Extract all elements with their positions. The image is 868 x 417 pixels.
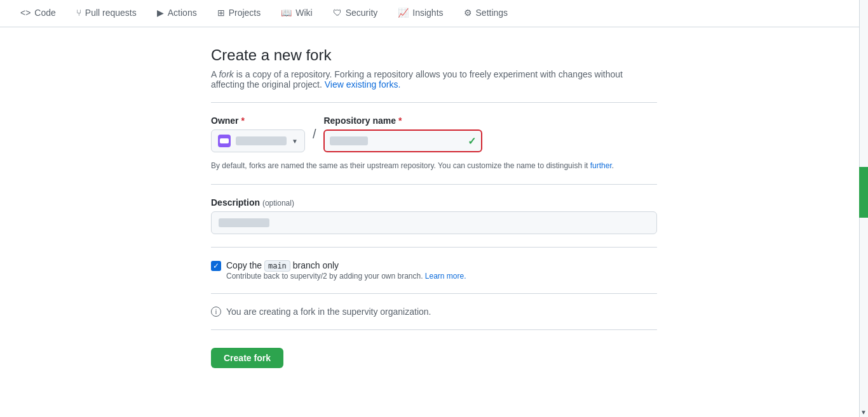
tab-actions-label: Actions	[168, 8, 197, 18]
info-row: i You are creating a fork in the supervi…	[211, 307, 657, 317]
owner-text	[236, 136, 287, 145]
tab-security[interactable]: 🛡 Security	[323, 0, 388, 27]
info-text: You are creating a fork in the supervity…	[226, 307, 431, 317]
owner-label: Owner *	[211, 116, 305, 126]
description-divider	[211, 184, 657, 185]
slash-divider: /	[310, 127, 319, 142]
copy-branch-divider	[211, 247, 657, 248]
wiki-icon: 📖	[281, 8, 292, 18]
copy-branch-content: Copy the main branch only Contribute bac…	[226, 260, 466, 281]
copy-branch-row: ✓ Copy the main branch only Contribute b…	[211, 260, 657, 281]
tab-settings-label: Settings	[476, 8, 508, 18]
projects-icon: ⊞	[217, 8, 225, 18]
tab-code-label: Code	[34, 8, 55, 18]
main-content: Create a new fork A fork is a copy of a …	[196, 46, 672, 368]
copy-the-text: Copy the	[226, 260, 264, 270]
description-group: Description (optional)	[211, 197, 657, 234]
further-link[interactable]: further	[590, 161, 612, 170]
repo-name-label: Repository name *	[323, 116, 482, 126]
description-placeholder	[219, 218, 269, 227]
page-subtitle: A fork is a copy of a repository. Forkin…	[211, 69, 657, 89]
owner-select[interactable]: ▼	[211, 129, 305, 152]
tab-code[interactable]: <> Code	[10, 0, 66, 27]
tab-projects-label: Projects	[229, 8, 261, 18]
tab-pull-requests-label: Pull requests	[85, 8, 137, 18]
branch-name-badge: main	[264, 260, 290, 272]
form-note: By default, forks are named the same as …	[211, 160, 657, 171]
optional-label: (optional)	[262, 199, 294, 208]
tab-actions[interactable]: ▶ Actions	[147, 0, 207, 27]
subtitle-text-before: A	[211, 69, 219, 79]
page-title: Create a new fork	[211, 46, 657, 64]
code-icon: <>	[20, 8, 31, 18]
subtitle-text-mid: is a copy of a repository. Forking a rep…	[211, 69, 623, 89]
learn-more-link[interactable]: Learn more.	[425, 272, 466, 281]
tab-wiki-label: Wiki	[295, 8, 312, 18]
tab-insights-label: Insights	[412, 8, 443, 18]
create-fork-button[interactable]: Create fork	[211, 348, 283, 368]
copy-branch-checkbox[interactable]: ✓	[211, 261, 221, 271]
tab-wiki[interactable]: 📖 Wiki	[271, 0, 322, 27]
copy-branch-sub: Contribute back to supervity/2 by adding…	[226, 272, 466, 281]
info-divider	[211, 293, 657, 294]
button-divider	[211, 329, 657, 330]
copy-branch-label-row: Copy the main branch only	[226, 260, 466, 270]
valid-check-icon: ✓	[468, 135, 476, 147]
view-forks-link[interactable]: View existing forks.	[325, 79, 401, 89]
insights-icon: 📈	[398, 8, 409, 18]
owner-required-star: *	[241, 116, 244, 126]
repo-name-placeholder-text	[330, 136, 368, 145]
scrollbar[interactable]: ▼	[859, 0, 868, 387]
owner-chevron-icon: ▼	[292, 138, 298, 145]
security-icon: 🛡	[333, 8, 342, 18]
actions-icon: ▶	[157, 8, 164, 18]
owner-repo-row: Owner * ▼ / Repository name * ✓	[211, 116, 657, 152]
repo-name-group: Repository name * ✓	[323, 116, 482, 152]
repo-name-input-wrapper: ✓	[323, 129, 482, 152]
checkbox-check-icon: ✓	[213, 262, 219, 270]
scrollbar-thumb[interactable]	[859, 167, 868, 218]
description-label: Description (optional)	[211, 197, 657, 208]
tab-projects[interactable]: ⊞ Projects	[207, 0, 271, 27]
pull-requests-icon: ⑂	[76, 8, 81, 18]
owner-avatar	[218, 135, 231, 147]
settings-icon: ⚙	[464, 8, 472, 18]
tab-insights[interactable]: 📈 Insights	[388, 0, 453, 27]
tab-settings[interactable]: ⚙ Settings	[454, 0, 519, 27]
repo-name-required-star: *	[398, 116, 402, 126]
fork-word: fork	[219, 69, 233, 79]
owner-group: Owner * ▼	[211, 116, 305, 152]
tab-security-label: Security	[346, 8, 378, 18]
owner-avatar-inner	[220, 138, 229, 143]
description-input[interactable]	[211, 211, 657, 234]
branch-only-text: branch only	[293, 260, 339, 270]
info-icon: i	[211, 307, 221, 317]
nav-tabs: <> Code ⑂ Pull requests ▶ Actions ⊞ Proj…	[0, 0, 868, 27]
section-divider	[211, 102, 657, 103]
tab-pull-requests[interactable]: ⑂ Pull requests	[66, 0, 147, 27]
